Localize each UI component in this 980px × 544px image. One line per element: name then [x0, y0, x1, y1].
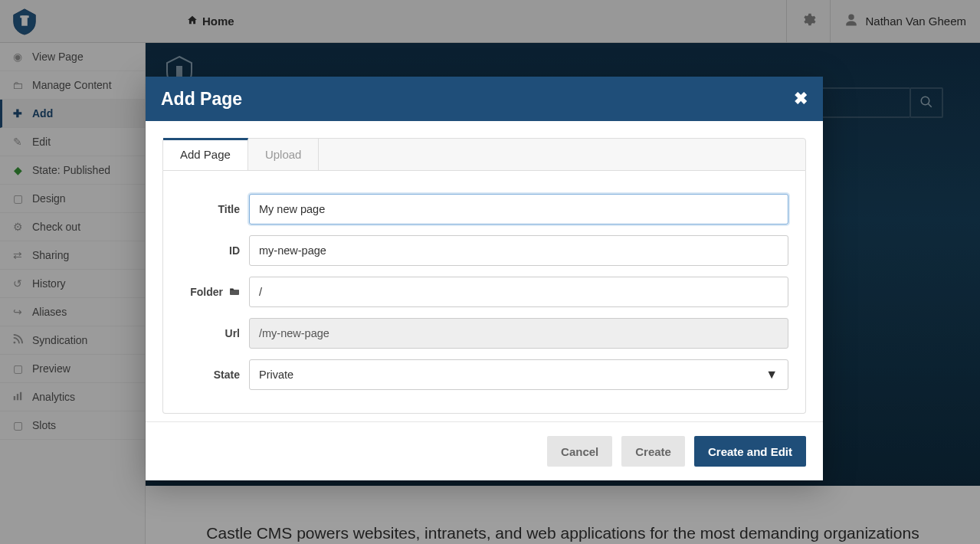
modal-footer: Cancel Create Create and Edit — [146, 421, 823, 480]
id-label: ID — [180, 244, 240, 257]
modal-tabs: Add Page Upload — [162, 138, 806, 171]
close-icon[interactable]: ✖ — [794, 89, 808, 109]
tab-upload[interactable]: Upload — [248, 139, 320, 170]
add-page-form: Title ID Folder — [162, 171, 806, 414]
modal-title: Add Page — [161, 89, 242, 110]
url-display: /my-new-page — [249, 318, 788, 349]
create-button[interactable]: Create — [621, 436, 685, 467]
title-label: Title — [180, 203, 240, 215]
state-select[interactable]: Private — [249, 359, 788, 390]
folder-input[interactable] — [249, 277, 788, 307]
tab-add-page[interactable]: Add Page — [163, 138, 248, 170]
id-input[interactable] — [249, 235, 788, 266]
state-label: State — [180, 369, 240, 381]
title-input[interactable] — [249, 194, 788, 224]
add-page-modal: Add Page ✖ Add Page Upload Title ID — [146, 77, 823, 480]
folder-open-icon — [229, 287, 240, 298]
cancel-button[interactable]: Cancel — [547, 436, 612, 467]
folder-label: Folder — [190, 286, 223, 298]
modal-header: Add Page ✖ — [146, 77, 823, 121]
create-and-edit-button[interactable]: Create and Edit — [694, 436, 806, 467]
url-label: Url — [180, 327, 240, 339]
